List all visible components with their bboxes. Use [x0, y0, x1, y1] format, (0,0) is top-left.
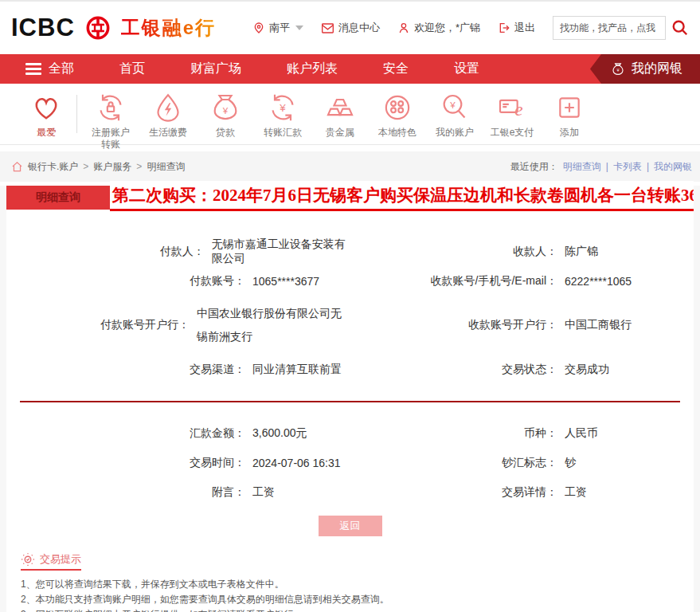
content-area: 明细查询 第二次购买：2024年7月6日无锡客户购买保温压边机和长款卷圆机各一台…	[0, 186, 700, 612]
nav-label-settings: 设置	[454, 61, 479, 77]
back-button[interactable]: 返回	[319, 516, 382, 536]
cash-flag-value: 钞	[565, 456, 576, 470]
payee-account-label: 收款账号/手机号/E-mail：	[350, 274, 557, 288]
recent-link-my-ebank[interactable]: 我的网银	[654, 160, 692, 174]
tab-bar: 明细查询 第二次购买：2024年7月6日无锡客户购买保温压边机和长款卷圆机各一台…	[6, 186, 694, 210]
logout-button[interactable]: 退出	[498, 21, 535, 35]
card-e-pay-icon: e	[496, 92, 528, 124]
hamburger-icon	[25, 61, 41, 77]
nav-label-all: 全部	[49, 61, 74, 77]
envelope-icon	[321, 22, 334, 34]
payer-account-value: 1065****3677	[252, 275, 319, 288]
user-icon	[397, 22, 410, 34]
gold-ingots-icon	[324, 92, 356, 124]
svg-text:¥: ¥	[449, 100, 456, 110]
nav-item-security[interactable]: 安全	[383, 61, 409, 77]
breadcrumb-item-account-service[interactable]: 账户服务	[93, 160, 131, 174]
nav-item-accounts[interactable]: 账户列表	[287, 61, 338, 77]
memo-value: 工资	[252, 485, 275, 500]
recent-link-card-list[interactable]: 卡列表	[613, 160, 642, 174]
time-value: 2024-07-06 16:31	[252, 457, 341, 469]
nav-label-home: 首页	[119, 61, 145, 77]
home-icon[interactable]	[11, 161, 23, 173]
channel-label: 交易渠道：	[6, 363, 245, 377]
status-value: 交易成功	[565, 363, 609, 377]
money-bag-icon: ¥	[611, 62, 625, 76]
toolbar-item-my-account[interactable]: ¥ 我的账户	[426, 92, 483, 139]
my-ebank-label: 我的网银	[632, 61, 682, 77]
red-divider	[20, 401, 680, 402]
breadcrumb-item-bankcard[interactable]: 银行卡.账户	[28, 160, 78, 174]
brand-name: 工银融e行	[121, 15, 216, 41]
nav-item-wealth[interactable]: 财富广场	[190, 61, 241, 77]
detail-row: 交易渠道： 同业清算互联前置 交易状态： 交易成功	[6, 355, 694, 384]
icbc-logo: ICBC 工银融e行	[11, 13, 216, 43]
payee-value: 陈广锦	[565, 245, 598, 259]
recent-separator: |	[647, 161, 649, 172]
recent-label: 最近使用：	[510, 160, 558, 174]
nav-item-settings[interactable]: 设置	[454, 61, 479, 77]
lightbulb-icon	[21, 552, 35, 567]
tips-title: 交易提示	[40, 552, 81, 567]
location-selector[interactable]: 南平	[252, 21, 303, 35]
recent-separator: |	[606, 161, 608, 172]
my-ebank-button[interactable]: ¥ 我的网银	[590, 54, 700, 84]
message-center-label: 消息中心	[338, 21, 380, 35]
chevron-down-icon	[295, 26, 303, 30]
toolbar-label: 贷款	[216, 127, 235, 139]
tips-section: 交易提示 1、您可以将查询结果下载，并保存到文本或电子表格文件中。 2、本功能只…	[6, 552, 694, 612]
add-icon	[553, 92, 585, 124]
nav-label-accounts: 账户列表	[287, 61, 338, 77]
detail-info-label: 交易详情：	[350, 485, 557, 500]
heart-icon	[30, 92, 62, 124]
toolbar-label: 本地特色	[378, 127, 416, 139]
search-input[interactable]	[553, 16, 666, 40]
currency-value: 人民币	[565, 426, 598, 441]
payer-bank-label: 付款账号开户行：	[6, 318, 190, 332]
memo-label: 附言：	[6, 485, 245, 500]
magnifier-yuan-icon: ¥	[439, 92, 471, 124]
recent-link-detail-query[interactable]: 明细查询	[563, 160, 601, 174]
toolbar-item-register-transfer[interactable]: 注册账户 转账	[82, 92, 139, 151]
svg-text:¥: ¥	[616, 68, 620, 73]
status-label: 交易状态：	[350, 363, 557, 377]
toolbar-item-favorites[interactable]: 最爱	[18, 92, 75, 139]
icbc-emblem-icon	[83, 13, 113, 43]
search-icon[interactable]	[671, 19, 689, 37]
message-center-link[interactable]: 消息中心	[321, 21, 380, 35]
channel-value: 同业清算互联前置	[252, 363, 342, 377]
cycle-yuan-icon: ¥	[267, 92, 299, 124]
top-header: ICBC 工银融e行 南平	[0, 0, 700, 54]
toolbar-item-precious-metals[interactable]: 贵金属	[311, 92, 369, 139]
toolbar-item-add[interactable]: 添加	[541, 92, 598, 139]
detail-row: 汇款金额： 3,600.00元 币种： 人民币	[6, 418, 694, 448]
nav-label-security: 安全	[383, 61, 409, 77]
tip-item: 1、您可以将查询结果下载，并保存到文本或电子表格文件中。	[21, 578, 694, 590]
detail-row: 附言： 工资 交易详情： 工资	[6, 477, 694, 507]
location-label: 南平	[269, 21, 290, 35]
toolbar-item-loans[interactable]: ¥ 贷款	[197, 92, 254, 139]
toolbar-item-life-payment[interactable]: 生活缴费	[139, 92, 197, 139]
tip-item: 2、本功能只支持查询账户明细，如您需要查询具体交易的明细信息请到相关交易查询。	[21, 593, 694, 606]
toolbar-item-transfer-remit[interactable]: ¥ 转账汇款	[254, 92, 311, 139]
toolbar-label: 生活缴费	[149, 127, 187, 139]
currency-label: 币种：	[350, 426, 557, 441]
breadcrumb-item-detail-query[interactable]: 明细查询	[147, 160, 185, 174]
welcome-user[interactable]: 欢迎您，*广锦	[397, 21, 480, 35]
payee-label: 收款人：	[350, 245, 557, 259]
breadcrumb-separator: >	[136, 161, 142, 172]
welcome-label: 欢迎您，*广锦	[414, 21, 480, 35]
toolbar-item-epay[interactable]: e 工银e支付	[483, 92, 541, 139]
transaction-detail-card: 付款人： 无锡市嘉通工业设备安装有限公司 收款人： 陈广锦 付款账号： 1065…	[6, 210, 694, 612]
nav-item-home[interactable]: 首页	[119, 61, 145, 77]
recent-used: 最近使用： 明细查询 | 卡列表 | 我的网银	[510, 160, 692, 174]
tab-detail-query[interactable]: 明细查询	[6, 186, 110, 210]
logout-icon	[498, 22, 510, 34]
toolbar-item-local-features[interactable]: 本地特色	[369, 92, 426, 139]
tip-item: 3、网银互联账户明细由开户银行提供，如有疑问请联系开户银行。	[21, 608, 694, 612]
breadcrumb-separator: >	[83, 161, 88, 172]
detail-info-value: 工资	[565, 485, 587, 500]
nav-item-all[interactable]: 全部	[25, 61, 74, 77]
cash-flag-label: 钞汇标志：	[350, 456, 557, 470]
money-bag-yuan-icon: ¥	[209, 92, 241, 124]
